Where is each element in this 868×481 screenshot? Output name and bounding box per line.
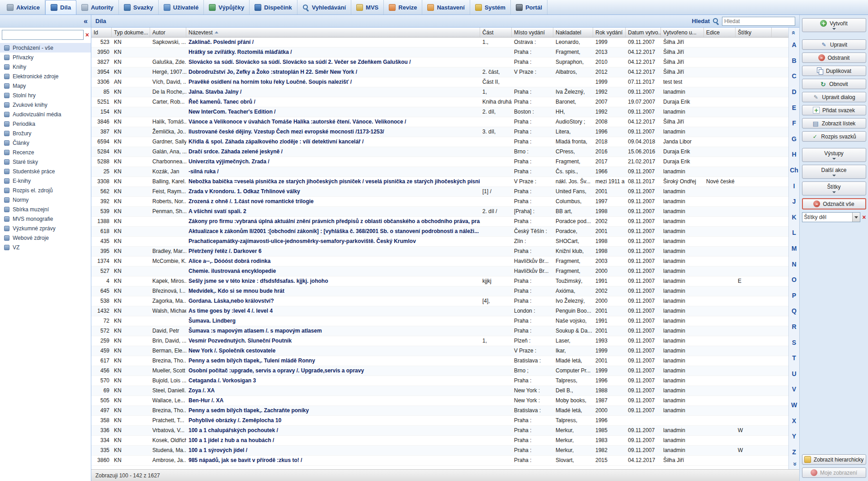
table-row[interactable]: 523KNSapkowski, ...Zaklínač. Poslední př… bbox=[91, 38, 788, 48]
table-row[interactable]: 85KNDe la Roche,...Jalna. Stavba Jalny /… bbox=[91, 87, 788, 97]
alphabet-letter-m[interactable]: M bbox=[789, 241, 799, 257]
table-row[interactable]: 562KNFeist, Raym...Zrada v Krondoru. 1. … bbox=[91, 187, 788, 197]
table-row[interactable]: 3308KNBalling, Karel...Nebožka babička =… bbox=[91, 177, 788, 187]
sidebar-item-vyzkumne-zpravy[interactable]: Výzkumné zprávy bbox=[0, 224, 91, 233]
table-row[interactable]: 392KNRoberts, Nor...Zrozená z ohně /. 1.… bbox=[91, 197, 788, 207]
alphabet-letter-r[interactable]: R bbox=[789, 319, 799, 335]
tab-nastaveni[interactable]: Nastavení bbox=[422, 0, 470, 14]
column-header-autor[interactable]: Autor bbox=[150, 28, 186, 37]
tab-system[interactable]: Systém bbox=[470, 0, 511, 14]
table-row[interactable]: 5251KNCarter, Rob...Řeč kamenů. Tanec ob… bbox=[91, 97, 788, 107]
column-header-cast[interactable]: Část bbox=[480, 28, 512, 37]
sidebar-item-webove-zdroje[interactable]: Webové zdroje bbox=[0, 233, 91, 243]
sidebar-item-brozury[interactable]: Brožury bbox=[0, 129, 91, 138]
table-row[interactable]: 259KNBrin, David, ...Vesmír Pozvednutých… bbox=[91, 336, 788, 346]
table-row[interactable]: 3954KNHergé, 1907...Dobrodružství Jo, Ze… bbox=[91, 67, 788, 77]
alphabet-letter-h[interactable]: H bbox=[789, 147, 799, 162]
alphabet-letter-ch[interactable]: Ch bbox=[789, 162, 799, 178]
zobrazit-hierarchicky-button[interactable]: Zobrazit hierarchicky bbox=[802, 454, 866, 465]
tab-mvs[interactable]: MVS bbox=[351, 0, 384, 14]
column-header-id[interactable]: Id bbox=[91, 28, 112, 37]
duplikovat-button[interactable]: Duplikovat bbox=[802, 66, 866, 76]
scroll-top-icon[interactable]: « bbox=[790, 31, 798, 34]
dalsi-akce-button[interactable]: Další akce bbox=[802, 165, 866, 179]
sidebar-item-privazky[interactable]: Přívazky bbox=[0, 52, 91, 62]
table-row[interactable]: 3950KNHrátky se zvířátky. Roztomilá mláď… bbox=[91, 48, 788, 57]
alphabet-letter-s[interactable]: S bbox=[789, 334, 799, 350]
table-row[interactable]: 505KNWallace, Le...Ben-Hur /. XANew York… bbox=[91, 396, 788, 406]
alphabet-letter-y[interactable]: Y bbox=[789, 429, 799, 444]
table-row[interactable]: 456KNMueller, ScottOsobní počítač :upgra… bbox=[91, 366, 788, 376]
tab-vyhledavani[interactable]: Vyhledávání bbox=[297, 0, 351, 14]
pridat-svazek-button[interactable]: Přidat svazek bbox=[802, 105, 866, 115]
alphabet-letter-v[interactable]: V bbox=[789, 381, 799, 397]
alphabet-letter-c[interactable]: C bbox=[789, 68, 799, 84]
table-row[interactable]: 395KNBradley, Mar...Přetržený řetěz /. D… bbox=[91, 247, 788, 257]
tab-revize[interactable]: Revize bbox=[384, 0, 422, 14]
alphabet-letter-k[interactable]: K bbox=[789, 210, 799, 225]
sidebar-search-clear-icon[interactable]: × bbox=[85, 32, 89, 38]
alphabet-letter-z[interactable]: Z bbox=[789, 444, 799, 460]
table-row[interactable]: 527KNChemie. ilustrovaná encyklopedieHav… bbox=[91, 267, 788, 276]
tab-dila[interactable]: Díla bbox=[45, 0, 76, 14]
table-row[interactable]: 3827KNGaluška, Zde...Slovácko sa súdí. S… bbox=[91, 57, 788, 67]
table-row[interactable]: 3306ANVích, David, ...Pravěké osídlení n… bbox=[91, 77, 788, 87]
tag-filter-clear-icon[interactable]: × bbox=[862, 214, 866, 220]
table-row[interactable]: 618KNAktualizace k zákonům II/2001 :[obc… bbox=[91, 227, 788, 237]
alphabet-letter-a[interactable]: A bbox=[789, 37, 799, 53]
column-header-rok-vydani[interactable]: Rok vydání bbox=[593, 28, 626, 37]
column-header-misto-vydani[interactable]: Místo vydání bbox=[512, 28, 553, 37]
table-row[interactable]: 617KNBrezina, Tho...Penny a sedm bílých … bbox=[91, 356, 788, 366]
table-row[interactable]: 25KNKozák, Jan-silná ruka /Praha :Čs. sp… bbox=[91, 167, 788, 177]
obnovit-button[interactable]: Obnovit bbox=[802, 79, 866, 89]
stitky-button[interactable]: Štítky bbox=[802, 181, 866, 195]
tab-dispecink[interactable]: Dispečink bbox=[250, 0, 297, 14]
tab-autority[interactable]: Autority bbox=[76, 0, 119, 14]
sidebar-item-audiovizualni-media[interactable]: Audiovizuální média bbox=[0, 110, 91, 119]
rozpis-svazku-button[interactable]: Rozpis svazků bbox=[802, 131, 866, 142]
scroll-bottom-icon[interactable]: « bbox=[790, 462, 798, 466]
table-row[interactable]: 154KNNew InterCom. Teacher's Edition /2.… bbox=[91, 107, 788, 117]
alphabet-letter-n[interactable]: N bbox=[789, 256, 799, 272]
sidebar-item-zvukove-knihy[interactable]: Zvukové knihy bbox=[0, 100, 91, 110]
table-row[interactable]: 645KNBřezinová, I...Medvídek,. Kdo si se… bbox=[91, 286, 788, 296]
table-row[interactable]: 5288KNCharbonnea...Univerzita výjimečnýc… bbox=[91, 157, 788, 167]
tag-filter-select[interactable]: Štítky děl bbox=[802, 212, 861, 222]
sidebar-item-knihy[interactable]: Knihy bbox=[0, 62, 91, 71]
table-row[interactable]: 572KNDavid, PetrŠumava :s mapovým atlase… bbox=[91, 326, 788, 336]
tab-vypujcky[interactable]: Výpůjčky bbox=[204, 0, 250, 14]
table-row[interactable]: 1374KNMcCombie, K...Alice a--,. Dóóóst d… bbox=[91, 257, 788, 267]
sidebar-item-elektronicke-zdroje[interactable]: Elektronické zdroje bbox=[0, 71, 91, 81]
table-row[interactable]: 538KNZagorka, Ma...Gordana. Láska,nebo k… bbox=[91, 296, 788, 306]
search-input[interactable] bbox=[722, 17, 795, 26]
vystupy-button[interactable]: Výstupy bbox=[802, 148, 866, 162]
column-header-typ-dokume[interactable]: Typ dokume... bbox=[112, 28, 150, 37]
sidebar-item-studentske-prace[interactable]: Studentské práce bbox=[0, 167, 91, 176]
collapse-sidebar-button[interactable]: « bbox=[84, 18, 88, 25]
column-header-vytvoreno-u[interactable]: Vytvořeno u... bbox=[661, 28, 704, 37]
sidebar-item-stare-tisky[interactable]: Staré tisky bbox=[0, 157, 91, 167]
tab-svazky[interactable]: Svazky bbox=[119, 0, 159, 14]
tab-portal[interactable]: Portál bbox=[511, 0, 547, 14]
alphabet-letter-q[interactable]: Q bbox=[789, 303, 799, 319]
sidebar-item-periodika[interactable]: Periodika bbox=[0, 119, 91, 129]
sidebar-item-clanky[interactable]: Články bbox=[0, 138, 91, 148]
alphabet-letter-e[interactable]: E bbox=[789, 100, 799, 115]
sidebar-search-input[interactable] bbox=[2, 30, 84, 40]
table-row[interactable]: 570KNBujold, Lois ...Cetaganda /. Vorkos… bbox=[91, 376, 788, 386]
sidebar-item-normy[interactable]: Normy bbox=[0, 195, 91, 205]
table-row[interactable]: 6594KNGardner, SallyKřídla & spol. Záhad… bbox=[91, 137, 788, 147]
odznacit-vse-button[interactable]: Odznačit vše bbox=[802, 198, 866, 210]
upravit-dialog-button[interactable]: Upravit dialog bbox=[802, 92, 866, 102]
upravit-button[interactable]: Upravit bbox=[802, 39, 866, 50]
table-row[interactable]: 497KNBrezina, Tho...Penny a sedm bílých … bbox=[91, 406, 788, 416]
sidebar-item-e-knihy[interactable]: E-knihy bbox=[0, 176, 91, 186]
alphabet-letter-w[interactable]: W bbox=[789, 397, 799, 413]
sidebar-item-stolni-hry[interactable]: Stolní hry bbox=[0, 90, 91, 100]
sidebar-item-rozpis-el-zdroju[interactable]: Rozpis el. zdrojů bbox=[0, 186, 91, 195]
column-header-nazevtest[interactable]: Názevtest bbox=[186, 28, 480, 37]
alphabet-letter-u[interactable]: U bbox=[789, 366, 799, 381]
table-row[interactable]: 539KNPenman, Sh...A všichni svatí spali.… bbox=[91, 207, 788, 217]
table-row[interactable]: 3846KNHalík, Tomáš...Vánoce a Velikonoce… bbox=[91, 117, 788, 127]
tab-akvizice[interactable]: Akvizice bbox=[2, 0, 45, 14]
